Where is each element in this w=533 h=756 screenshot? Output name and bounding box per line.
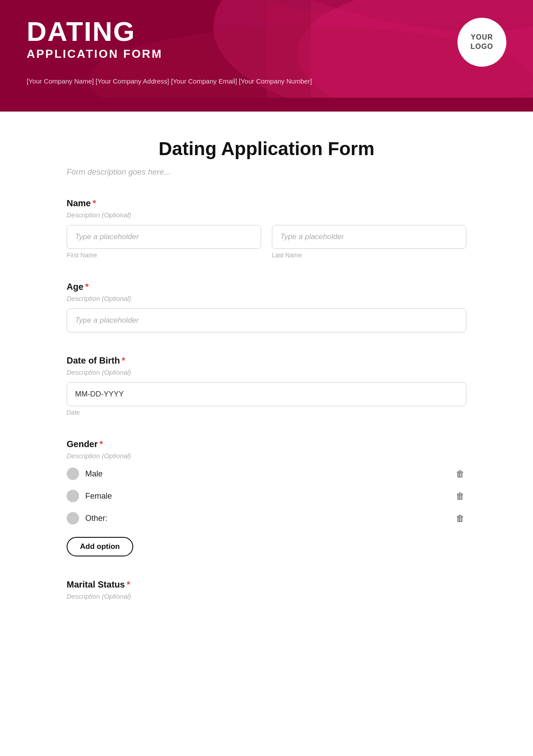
trash-icon-other[interactable]: 🗑 [454,512,466,524]
dob-required-marker: * [122,356,125,365]
marital-status-field-label: Marital Status* [67,580,466,590]
dob-field-section: Date of Birth* Description (Optional) Da… [67,356,466,416]
name-field-label: Name* [67,198,466,208]
radio-label-male: Male [85,469,103,479]
age-field-section: Age* Description (Optional) [67,282,466,332]
name-field-section: Name* Description (Optional) First Name … [67,198,466,259]
header-logo: YOURLOGO [457,18,506,67]
radio-circle-other[interactable] [67,512,79,524]
gender-option-female: Female 🗑 [67,488,466,504]
trash-icon-female[interactable]: 🗑 [454,490,466,502]
form-main-title: Dating Application Form [67,138,466,160]
header-company-info: [Your Company Name] [Your Company Addres… [27,77,506,85]
age-required-marker: * [85,282,89,292]
marital-required-marker: * [127,580,130,589]
dob-field-desc: Description (Optional) [67,368,466,376]
header-subtitle-text: APPLICATION FORM [27,47,163,61]
gender-field-label: Gender* [67,439,466,449]
radio-label-other: Other: [85,514,107,523]
radio-label-female: Female [85,492,112,501]
gender-field-desc: Description (Optional) [67,452,466,460]
last-name-wrapper: Last Name [272,225,466,259]
marital-status-field-desc: Description (Optional) [67,592,466,600]
last-name-input[interactable] [272,225,466,249]
first-name-sub-label: First Name [67,252,261,259]
name-input-row: First Name Last Name [67,225,466,259]
dob-field-label: Date of Birth* [67,356,466,366]
radio-circle-female[interactable] [67,490,79,502]
header-dating-text: DATING [27,18,163,45]
age-field-label: Age* [67,282,466,292]
dob-input[interactable] [67,382,466,406]
header-title-block: DATING APPLICATION FORM [27,18,163,61]
last-name-sub-label: Last Name [272,252,466,259]
gender-field-section: Gender* Description (Optional) Male 🗑 Fe… [67,439,466,556]
trash-icon-male[interactable]: 🗑 [454,468,466,480]
gender-required-marker: * [99,439,103,449]
first-name-wrapper: First Name [67,225,261,259]
age-input[interactable] [67,308,466,332]
form-description: Form description goes here... [67,168,466,177]
form-container: Dating Application Form Form description… [49,112,484,642]
dob-sub-label: Date [67,409,466,416]
name-required-marker: * [92,198,96,208]
first-name-input[interactable] [67,225,261,249]
gender-option-male: Male 🗑 [67,466,466,482]
age-field-desc: Description (Optional) [67,295,466,302]
name-field-desc: Description (Optional) [67,211,466,219]
marital-status-field-section: Marital Status* Description (Optional) [67,580,466,600]
add-option-button[interactable]: Add option [67,537,133,556]
gender-option-other: Other: 🗑 [67,510,466,526]
radio-circle-male[interactable] [67,468,79,480]
page-header: DATING APPLICATION FORM YOURLOGO [Your C… [0,0,533,112]
